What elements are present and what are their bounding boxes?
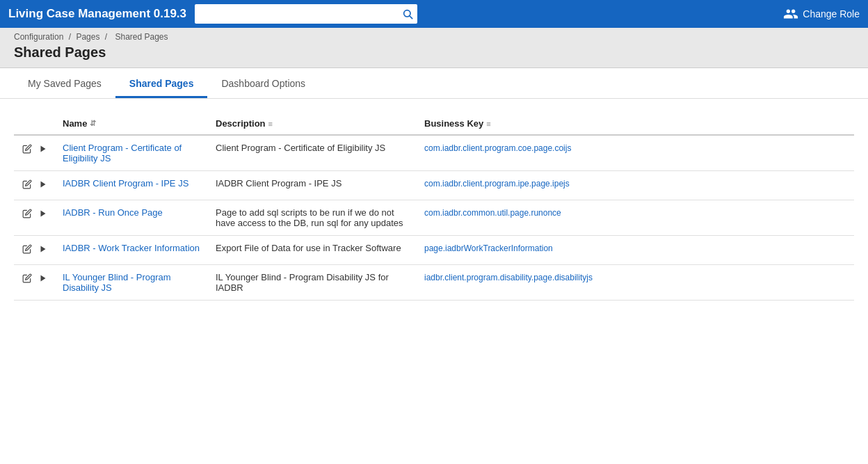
search-button[interactable] [402, 8, 413, 19]
pencil-icon [22, 144, 32, 154]
col-header-actions [14, 113, 56, 135]
row-name-link[interactable]: IADBR Client Program - IPE JS [63, 178, 188, 189]
edit-button[interactable] [21, 178, 33, 193]
row-business-key-cell: com.iadbr.client.program.coe.page.coijs [417, 135, 854, 171]
main-content: Name ⇵ Description ≡ Business Key ≡ [0, 99, 868, 301]
change-role-label: Change Role [803, 8, 860, 19]
play-icon [39, 144, 47, 154]
edit-button[interactable] [21, 243, 33, 257]
tab-shared-pages[interactable]: Shared Pages [115, 68, 208, 98]
col-header-name: Name ⇵ [56, 113, 209, 135]
row-business-key-cell: com.iadbr.common.util.page.runonce [417, 200, 854, 236]
col-header-description: Description ≡ [209, 113, 417, 135]
breadcrumb-bar: Configuration / Pages / Shared Pages Sha… [0, 28, 868, 68]
row-actions-cell [14, 236, 56, 265]
svg-marker-2 [41, 146, 46, 152]
row-business-key-cell: iadbr.client.program.disability.page.dis… [417, 265, 854, 301]
row-actions-cell [14, 200, 56, 236]
col-header-business-key: Business Key ≡ [417, 113, 854, 135]
row-actions-cell [14, 171, 56, 200]
row-name-link[interactable]: IADBR - Run Once Page [63, 207, 163, 218]
breadcrumb-pages[interactable]: Pages [76, 32, 99, 42]
row-name-link[interactable]: Client Program - Certificate of Eligibil… [63, 143, 182, 163]
row-name-cell: IADBR - Run Once Page [56, 200, 209, 236]
row-business-key-value: iadbr.client.program.disability.page.dis… [424, 273, 593, 282]
play-icon [39, 209, 47, 218]
row-description-cell: Export File of Data for use in Tracker S… [209, 236, 417, 265]
name-sort-icon[interactable]: ⇵ [90, 119, 96, 128]
table-row: Client Program - Certificate of Eligibil… [14, 135, 854, 171]
shared-pages-table: Name ⇵ Description ≡ Business Key ≡ [14, 113, 854, 301]
row-business-key-value: com.iadbr.client.program.coe.page.coijs [424, 143, 571, 153]
edit-button[interactable] [21, 272, 33, 287]
row-business-key-cell: com.iadbr.client.program.ipe.page.ipejs [417, 171, 854, 200]
table-row: IADBR - Run Once PagePage to add sql scr… [14, 200, 854, 236]
description-sort-icon[interactable]: ≡ [268, 120, 273, 128]
play-icon [39, 273, 47, 283]
run-button[interactable] [38, 272, 49, 287]
run-button[interactable] [38, 178, 49, 193]
app-header: Living Case Management 0.19.3 Change Rol… [0, 0, 868, 28]
tab-dashboard-options[interactable]: Dashboard Options [207, 68, 319, 98]
row-name-cell: IL Younger Blind - Program Disability JS [56, 265, 209, 301]
change-role-button[interactable]: Change Role [783, 6, 860, 22]
change-role-icon [783, 6, 798, 22]
row-name-cell: IADBR - Work Tracker Information [56, 236, 209, 265]
pencil-icon [22, 273, 32, 283]
page-title: Shared Pages [14, 45, 854, 66]
breadcrumb-current: Shared Pages [115, 32, 168, 42]
pencil-icon [22, 179, 32, 189]
row-actions-cell [14, 135, 56, 171]
row-name-link[interactable]: IL Younger Blind - Program Disability JS [63, 272, 171, 293]
breadcrumb: Configuration / Pages / Shared Pages [14, 32, 854, 42]
row-description-cell: Page to add sql scripts to be run if we … [209, 200, 417, 236]
business-key-sort-icon[interactable]: ≡ [486, 120, 490, 128]
svg-marker-6 [41, 275, 46, 282]
pencil-icon [22, 209, 32, 218]
table-row: IADBR - Work Tracker InformationExport F… [14, 236, 854, 265]
edit-button[interactable] [21, 143, 33, 157]
row-description-cell: IL Younger Blind - Program Disability JS… [209, 265, 417, 301]
run-button[interactable] [38, 207, 49, 222]
search-input[interactable] [199, 4, 399, 24]
row-description-cell: Client Program - Certificate of Eligibil… [209, 135, 417, 171]
row-name-link[interactable]: IADBR - Work Tracker Information [63, 243, 200, 253]
table-header-row: Name ⇵ Description ≡ Business Key ≡ [14, 113, 854, 135]
search-wrapper [195, 4, 417, 24]
edit-button[interactable] [21, 207, 33, 222]
row-business-key-value: com.iadbr.client.program.ipe.page.ipejs [424, 179, 570, 189]
row-business-key-value: page.iadbrWorkTrackerInformation [424, 243, 553, 253]
run-button[interactable] [38, 143, 49, 157]
app-title: Living Case Management 0.19.3 [8, 7, 186, 21]
svg-marker-4 [41, 211, 46, 217]
table-row: IL Younger Blind - Program Disability JS… [14, 265, 854, 301]
tab-my-saved-pages[interactable]: My Saved Pages [14, 68, 115, 98]
row-actions-cell [14, 265, 56, 301]
tabs-bar: My Saved Pages Shared Pages Dashboard Op… [0, 68, 868, 99]
svg-marker-3 [41, 182, 46, 188]
svg-line-1 [410, 16, 412, 19]
row-name-cell: Client Program - Certificate of Eligibil… [56, 135, 209, 171]
breadcrumb-config[interactable]: Configuration [14, 32, 63, 42]
table-row: IADBR Client Program - IPE JSIADBR Clien… [14, 171, 854, 200]
search-icon [402, 8, 413, 19]
pencil-icon [22, 244, 32, 254]
run-button[interactable] [38, 243, 49, 257]
svg-marker-5 [41, 246, 46, 253]
row-description-cell: IADBR Client Program - IPE JS [209, 171, 417, 200]
play-icon [39, 179, 47, 189]
row-name-cell: IADBR Client Program - IPE JS [56, 171, 209, 200]
play-icon [39, 244, 47, 254]
row-business-key-value: com.iadbr.common.util.page.runonce [424, 208, 561, 218]
row-business-key-cell: page.iadbrWorkTrackerInformation [417, 236, 854, 265]
